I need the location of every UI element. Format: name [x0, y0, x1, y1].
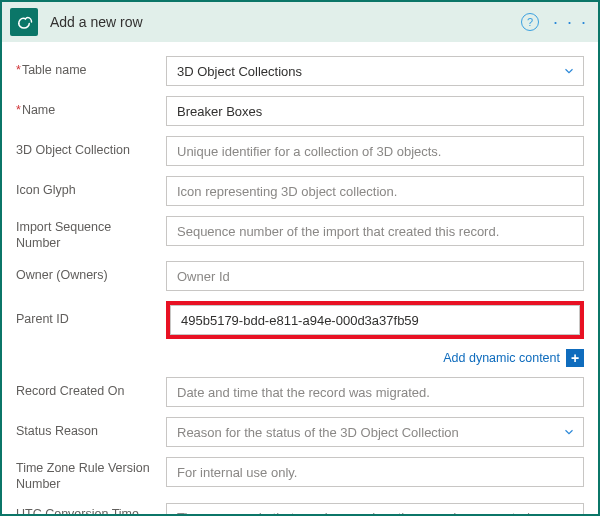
label-record-created: Record Created On [16, 384, 166, 400]
row-table-name: Table name 3D Object Collections [16, 56, 584, 86]
label-tz-rule: Time Zone Rule Version Number [16, 457, 166, 492]
row-record-created: Record Created On Date and time that the… [16, 377, 584, 407]
dataverse-icon [10, 8, 38, 36]
parent-id-highlight: 495b5179-bdd-e811-a94e-000d3a37fb59 [166, 301, 584, 339]
connector-card: Add a new row ? · · · Table name 3D Obje… [0, 0, 600, 516]
label-table-name: Table name [16, 63, 166, 79]
input-record-created[interactable]: Date and time that the record was migrat… [166, 377, 584, 407]
input-owner[interactable]: Owner Id [166, 261, 584, 291]
row-parent-id: Parent ID 495b5179-bdd-e811-a94e-000d3a3… [16, 301, 584, 339]
input-icon-glyph[interactable]: Icon representing 3D object collection. [166, 176, 584, 206]
add-dynamic-content-icon[interactable]: + [566, 349, 584, 367]
label-import-seq: Import Sequence Number [16, 216, 166, 251]
label-collection: 3D Object Collection [16, 143, 166, 159]
card-body: Table name 3D Object Collections Name Br… [2, 42, 598, 514]
add-dynamic-content-link[interactable]: Add dynamic content [443, 351, 560, 365]
row-name: Name Breaker Boxes [16, 96, 584, 126]
label-status-reason: Status Reason [16, 424, 166, 440]
label-name: Name [16, 103, 166, 119]
input-parent-id[interactable]: 495b5179-bdd-e811-a94e-000d3a37fb59 [170, 305, 580, 335]
row-import-seq: Import Sequence Number Sequence number o… [16, 216, 584, 251]
help-icon[interactable]: ? [521, 13, 539, 31]
label-utc-conv: UTC Conversion Time Zone Code [16, 503, 166, 515]
label-parent-id: Parent ID [16, 312, 166, 328]
label-owner: Owner (Owners) [16, 268, 166, 284]
row-icon-glyph: Icon Glyph Icon representing 3D object c… [16, 176, 584, 206]
dynamic-content-row: Add dynamic content + [16, 349, 584, 367]
input-import-seq[interactable]: Sequence number of the import that creat… [166, 216, 584, 246]
label-icon-glyph: Icon Glyph [16, 183, 166, 199]
input-name[interactable]: Breaker Boxes [166, 96, 584, 126]
row-tz-rule: Time Zone Rule Version Number For intern… [16, 457, 584, 492]
row-owner: Owner (Owners) Owner Id [16, 261, 584, 291]
row-collection: 3D Object Collection Unique identifier f… [16, 136, 584, 166]
input-tz-rule[interactable]: For internal use only. [166, 457, 584, 487]
more-menu-icon[interactable]: · · · [553, 17, 588, 27]
input-utc-conv[interactable]: Time zone code that was in use when the … [166, 503, 584, 515]
input-table-name[interactable]: 3D Object Collections [166, 56, 584, 86]
row-utc-conv: UTC Conversion Time Zone Code Time zone … [16, 503, 584, 515]
row-status-reason: Status Reason Reason for the status of t… [16, 417, 584, 447]
input-collection[interactable]: Unique identifier for a collection of 3D… [166, 136, 584, 166]
card-title: Add a new row [50, 14, 521, 30]
card-header: Add a new row ? · · · [2, 2, 598, 42]
input-status-reason[interactable]: Reason for the status of the 3D Object C… [166, 417, 584, 447]
